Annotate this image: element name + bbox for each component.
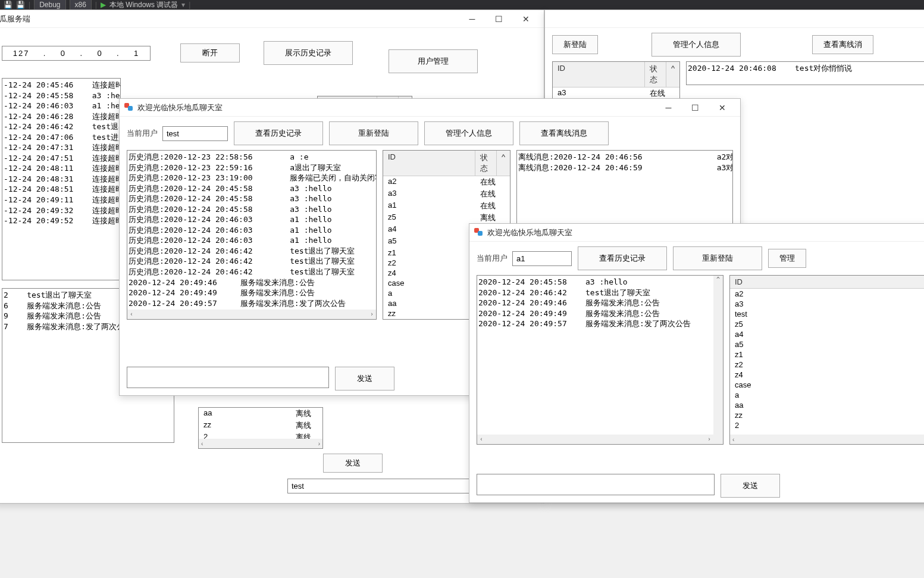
table-row[interactable]: z2 (730, 360, 924, 370)
relogin-button[interactable]: 新登陆 (552, 35, 598, 54)
log-line: 历史消息:2020-12-23 22:58:56 a :e (129, 152, 375, 163)
log-line: 历史消息:2020-12-24 20:46:03 a1 :hello (129, 214, 375, 225)
log-line: 离线消息:2020-12-24 20:46:56 a2对你悄 (518, 152, 731, 163)
client2-titlebar[interactable]: 欢迎光临快乐地瓜聊天室 (469, 224, 924, 242)
server-title: 瓜服务端 (0, 14, 459, 24)
th-status[interactable]: 状态 (475, 151, 497, 176)
client2-user-table[interactable]: ID a2a3testz5a4a5z1z2z4caseaaazz2 ‹› (729, 275, 924, 445)
table-row[interactable]: a2在线 (383, 176, 510, 188)
log-line: -12-24 20:46:28 连接超时，继续 (4, 111, 119, 122)
log-line: -12-24 20:46:03 a1 :hello (4, 101, 119, 111)
client3-titlebar[interactable]: ─ (545, 10, 924, 28)
table-row[interactable]: z5离线 (383, 212, 510, 224)
close-button[interactable]: ✕ (512, 11, 539, 27)
table-row[interactable]: aa (730, 400, 924, 410)
current-user-input[interactable] (512, 251, 572, 266)
th-id[interactable]: ID (730, 276, 924, 288)
current-user-input[interactable] (162, 126, 228, 141)
th-id[interactable]: ID (383, 151, 475, 176)
table-row[interactable]: z5 (730, 319, 924, 329)
offline-button[interactable]: 查看离线消 (812, 35, 873, 54)
profile-button[interactable]: 管理个人信息 (652, 33, 741, 57)
log-line: 历史消息:2020-12-24 20:45:58 a3 :hello (129, 183, 375, 194)
table-row[interactable]: a5 (730, 339, 924, 349)
log-line: 2020-12-24 20:49:49 服务端发来消息:公告 (478, 308, 722, 319)
table-row[interactable]: z4 (730, 370, 924, 380)
minimize-button[interactable]: ─ (655, 99, 682, 116)
log-line: -12-24 20:49:11 连接超时，继续 (4, 195, 119, 205)
table-row[interactable]: 2 (730, 420, 924, 430)
table-row[interactable]: zz (730, 410, 924, 420)
server-titlebar[interactable]: 瓜服务端 ─ ☐ ✕ (0, 10, 544, 28)
send-button[interactable]: 发送 (323, 454, 383, 473)
log-line: 历史消息:2020-12-23 22:59:16 a退出了聊天室 (129, 163, 375, 173)
table-row[interactable]: a3 (730, 299, 924, 309)
th-id[interactable]: ID (553, 62, 645, 87)
th-status[interactable]: 状态 (645, 62, 666, 87)
minimize-button[interactable]: ─ (459, 11, 486, 27)
maximize-button[interactable]: ☐ (682, 99, 709, 116)
log-line: 历史消息:2020-12-24 20:46:03 a1 :hello (129, 225, 375, 236)
relogin-button[interactable]: 重新登陆 (673, 246, 762, 270)
disconnect-button[interactable]: 断开 (180, 43, 240, 63)
ip-input[interactable]: 127. 0. 0. 1 (2, 46, 151, 61)
profile-button[interactable]: 管理个人信息 (424, 121, 513, 145)
profile-button[interactable]: 管理 (768, 249, 806, 268)
client3-user-table[interactable]: ID 状态 ^ a3在线 (552, 61, 680, 100)
maximize-button[interactable]: ☐ (486, 11, 512, 27)
app-icon (124, 103, 134, 113)
message-input[interactable] (127, 367, 329, 388)
server-input[interactable] (287, 479, 472, 493)
server-user-table-bottom[interactable]: aa离线zz离线2离线 ‹› (198, 407, 323, 449)
client1-titlebar[interactable]: 欢迎光临快乐地瓜聊天室 ─ ☐ ✕ (120, 99, 740, 117)
minimize-button[interactable]: ─ (917, 11, 924, 27)
log-line: 历史消息:2020-12-24 20:46:42 test退出了聊天室 (129, 267, 375, 277)
send-button[interactable]: 发送 (721, 474, 780, 498)
play-icon[interactable]: ▶ (101, 1, 106, 9)
platform-dropdown[interactable]: x86 (70, 0, 92, 10)
log-line: -12-24 20:48:31 连接超时，继续 (4, 174, 119, 185)
table-row[interactable]: a2 (730, 289, 924, 299)
user-mgmt-button[interactable]: 用户管理 (389, 49, 478, 73)
table-row[interactable]: a (730, 390, 924, 400)
close-button[interactable]: ✕ (709, 99, 735, 116)
table-row[interactable]: a1在线 (383, 200, 510, 212)
current-user-label: 当前用户 (127, 128, 158, 139)
server-log[interactable]: -12-24 20:45:46 连接超时，继续等待-12-24 20:45:58… (2, 78, 121, 280)
show-history-button[interactable]: 展示历史记录 (264, 41, 353, 65)
table-row[interactable]: zz离线 (199, 420, 322, 432)
relogin-button[interactable]: 重新登陆 (329, 121, 418, 145)
log-line: 2020-12-24 20:49:57 服务端发来消息:发了两次公告 (478, 318, 722, 329)
client2-title: 欢迎光临快乐地瓜聊天室 (487, 227, 924, 238)
client3-offline-log[interactable]: 2020-12-24 20:46:08 test对你悄悄说 (686, 61, 924, 85)
log-line: -12-24 20:47:31 连接超时，继续 (4, 142, 119, 153)
log-line: -12-24 20:45:58 a3 :hello (4, 90, 119, 101)
log-line: -12-24 20:47:06 test进入了聊天 (4, 132, 119, 143)
message-input[interactable] (477, 474, 715, 495)
log-line: 历史消息:2020-12-24 20:46:42 test退出了聊天室 (129, 246, 375, 257)
config-dropdown[interactable]: Debug (34, 0, 65, 10)
log-line: 历史消息:2020-12-23 23:19:00 服务端已关闭，自动关闭客户端 (129, 173, 375, 183)
offline-button[interactable]: 查看离线消息 (519, 121, 609, 145)
log-line: 历史消息:2020-12-24 20:45:58 a3 :hello (129, 193, 375, 204)
history-button[interactable]: 查看历史记录 (234, 121, 323, 145)
table-row[interactable]: test (730, 309, 924, 319)
table-row[interactable]: z1 (730, 349, 924, 360)
log-line: 2020-12-24 20:45:58 a3 :hello (478, 277, 722, 288)
table-row[interactable]: a3在线 (383, 188, 510, 200)
log-line: 2020-12-24 20:49:57 服务端发来消息:发了两次公告 (129, 298, 375, 309)
send-button[interactable]: 发送 (335, 367, 394, 390)
save-icon[interactable]: 💾 (4, 1, 12, 9)
log-line: -12-24 20:48:11 连接超时，继续 (4, 163, 119, 174)
log-line: 2020-12-24 20:49:49 服务端发来消息:公告 (129, 288, 375, 298)
client1-chat-log[interactable]: 历史消息:2020-12-23 22:58:56 a :e历史消息:2020-1… (127, 150, 377, 320)
log-line: -12-24 20:47:51 连接超时，继续 (4, 153, 119, 164)
debugger-dropdown[interactable]: 本地 Windows 调试器 (109, 0, 178, 10)
table-row[interactable]: aa离线 (199, 408, 322, 420)
client2-chat-log[interactable]: 2020-12-24 20:45:58 a3 :hello2020-12-24 … (477, 275, 723, 445)
table-row[interactable]: a4 (730, 329, 924, 339)
history-button[interactable]: 查看历史记录 (578, 246, 667, 270)
table-row[interactable]: case (730, 380, 924, 390)
saveall-icon[interactable]: 💾 (16, 1, 25, 9)
log-line: -12-24 20:49:32 连接超时，继续 (4, 205, 119, 216)
